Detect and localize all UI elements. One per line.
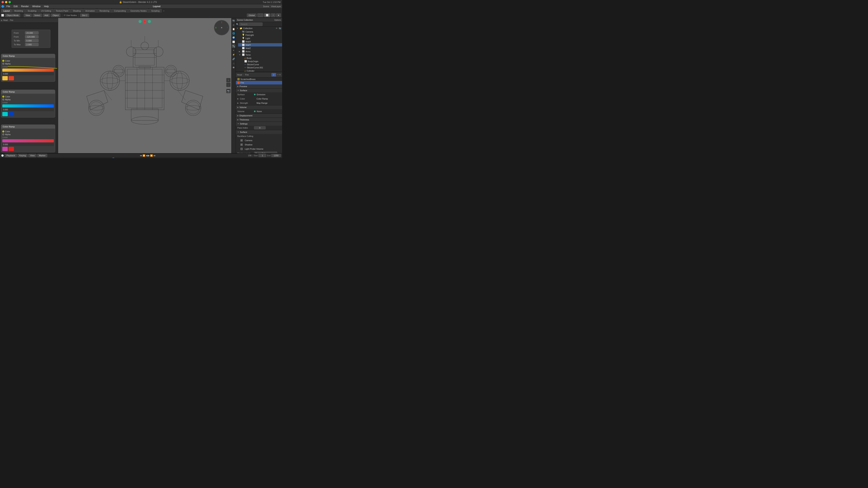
jump-start-btn[interactable]: ⏮ [140, 154, 142, 157]
tree-item-body[interactable]: △ Body [241, 56, 282, 60]
timeline-ruler[interactable]: -150 -100 -50 0 50 100 150 [26, 157, 282, 158]
tree-item-firelight[interactable]: 💡 FireLight [238, 33, 282, 37]
render-props-icon[interactable]: 📷 [232, 19, 236, 22]
tab-modeling[interactable]: Modeling [12, 9, 25, 12]
view-menu[interactable]: View [24, 13, 32, 17]
marker-menu[interactable]: Marker [37, 154, 47, 157]
preview-header[interactable]: ▶ Preview [236, 85, 282, 88]
menu-edit[interactable]: Edit [12, 5, 19, 8]
node2-swatch2[interactable] [8, 112, 14, 116]
node1-swatch1[interactable] [2, 76, 8, 80]
start-frame-field[interactable] [258, 154, 266, 157]
orientation-gizmo[interactable]: Z Y -Z X [214, 20, 229, 35]
menu-render[interactable]: Render [20, 5, 30, 8]
tab-layout[interactable]: Layout [1, 9, 12, 12]
end-frame-field[interactable] [271, 154, 281, 157]
global-orientation[interactable]: Global [247, 13, 256, 17]
minimize-button[interactable] [5, 1, 7, 3]
vis-eye[interactable]: 👁 [275, 27, 278, 30]
use-nodes-checkbox[interactable]: ☑ [64, 14, 65, 16]
shadow-checkbox[interactable] [241, 143, 243, 146]
tab-uv-editing[interactable]: UV Editing [39, 9, 53, 12]
camera-checkbox[interactable] [241, 139, 243, 141]
from-value-1[interactable] [25, 31, 38, 34]
tree-item-cylinder[interactable]: △ Cylinder [241, 69, 282, 72]
slot-selector[interactable]: Slot 2 [80, 13, 89, 17]
tree-item-collection[interactable]: ▼ 📁 Collection 👁 📷 [236, 27, 282, 30]
tab-animation[interactable]: Animation [83, 9, 97, 12]
view-layer-props-icon[interactable]: 📋 [232, 27, 236, 31]
surface-header[interactable]: ▼ Surface [236, 89, 282, 92]
tree-item-bodyorigin[interactable]: ⬜ BodyOrigin [241, 60, 282, 63]
surface-sub-header[interactable]: ▼ Surface [236, 130, 282, 134]
pass-index-field[interactable] [254, 126, 266, 129]
menu-file[interactable]: File [5, 5, 11, 8]
data-icon[interactable]: △ [232, 61, 236, 65]
to-min-value[interactable] [25, 39, 38, 42]
thickness-header[interactable]: ▶ Thickness [236, 118, 282, 122]
keying-menu[interactable]: Keying [18, 154, 28, 157]
solid-shading-btn[interactable]: ⬜ [264, 13, 270, 17]
wire-shading-btn[interactable]: ⬛ [257, 13, 264, 17]
zoom-out-button[interactable]: - [226, 83, 230, 87]
tree-item-beziercurve[interactable]: 〰 BézierCurve [241, 63, 282, 66]
3d-viewport[interactable]: Z Y -Z X + - 📷 [58, 18, 231, 153]
material-icon[interactable]: ⬟ [232, 66, 236, 69]
node3-swatch2[interactable] [8, 147, 14, 151]
tab-geometry-nodes[interactable]: Geometry Nodes [128, 9, 149, 12]
settings-header[interactable]: ▼ Settings [236, 122, 282, 126]
lightprobe-checkbox[interactable] [241, 148, 243, 150]
node2-swatch1[interactable] [2, 112, 8, 116]
node3-swatch1[interactable] [2, 147, 8, 151]
tree-item-wally[interactable]: ⬜ WallY [238, 43, 282, 46]
playback-menu[interactable]: Playback [5, 154, 17, 157]
tree-item-camera[interactable]: 📷 Camera [238, 30, 282, 33]
object-mode-dropdown[interactable]: Object Mode [5, 13, 20, 17]
outliner-search-input[interactable] [239, 23, 262, 26]
options-label[interactable]: Options [274, 19, 281, 21]
tree-item-torso[interactable]: ▼ ⬜ Torso [238, 53, 282, 56]
prev-frame-btn[interactable]: ⏪ [143, 154, 145, 157]
tree-item-wallz[interactable]: ⬜ WallZ [238, 46, 282, 50]
menu-help[interactable]: Help [42, 5, 51, 8]
play-btn[interactable]: ▶ [148, 154, 150, 157]
object-props-icon[interactable]: ⬜ [232, 40, 236, 43]
tree-item-light[interactable]: 💡 Light [238, 37, 282, 40]
next-frame-btn[interactable]: ⏩ [150, 154, 153, 157]
view-menu[interactable]: View [28, 154, 36, 157]
tree-item-arms[interactable]: ▶ ⬜ Arms [238, 50, 282, 53]
add-menu[interactable]: Add [43, 13, 50, 17]
to-max-value[interactable] [25, 43, 38, 46]
tab-compositing[interactable]: Compositing [112, 9, 128, 12]
node1-gradient[interactable] [2, 69, 54, 72]
bump-only-field[interactable]: Bump Only [254, 152, 277, 153]
displacement-header[interactable]: ▶ Displacement [236, 114, 282, 118]
fullscreen-button[interactable] [8, 1, 11, 3]
tree-item-beziercurve001[interactable]: 〰 BézierCurve.001 [241, 66, 282, 69]
render-shading-btn[interactable]: ● [276, 13, 281, 17]
from-value-2[interactable] [25, 35, 38, 38]
camera-view-button[interactable]: 📷 [226, 89, 230, 93]
node3-gradient[interactable] [2, 139, 54, 142]
play-reverse-btn[interactable]: ◀ [146, 154, 148, 157]
mat-count-btn[interactable]: 2 [272, 73, 276, 76]
scene-props-icon[interactable]: 🌐 [232, 32, 236, 35]
modifier-props-icon[interactable]: 🔧 [232, 44, 236, 48]
mat-new-btn[interactable]: + [277, 73, 279, 76]
tab-sculpting[interactable]: Sculpting [26, 9, 38, 12]
tab-scripting[interactable]: Scripting [149, 9, 162, 12]
menu-window[interactable]: Window [31, 5, 42, 8]
particles-icon[interactable]: ✦ [232, 48, 236, 52]
output-props-icon[interactable]: 🖨 [232, 23, 236, 27]
add-workspace-button[interactable]: + [162, 9, 165, 12]
close-button[interactable] [2, 1, 4, 3]
constraints-icon[interactable]: 🔗 [232, 57, 236, 61]
node2-gradient[interactable] [2, 104, 54, 107]
world-props-icon[interactable]: 🌍 [232, 36, 236, 39]
jump-end-btn[interactable]: ⏭ [153, 154, 156, 157]
material-shading-btn[interactable]: ○ [271, 13, 276, 17]
mat-delete-btn[interactable]: ✕ [279, 73, 281, 76]
tree-item-wallx[interactable]: ⬜ WallX [238, 40, 282, 43]
volume-header[interactable]: ▶ Volume [236, 105, 282, 109]
zoom-in-button[interactable]: + [226, 78, 230, 82]
